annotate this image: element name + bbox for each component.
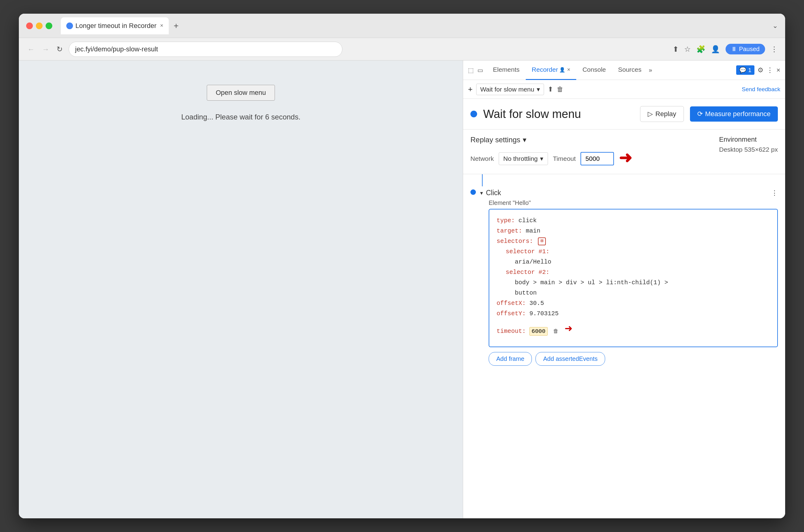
tab-favicon-icon <box>66 22 73 29</box>
code-line-selectors: selectors: ⊞ <box>497 236 770 247</box>
tab-recorder[interactable]: Recorder 👤 × <box>526 60 577 80</box>
add-recording-button[interactable]: + <box>468 84 472 94</box>
code-line-offsetX: offsetX: 30.5 <box>497 298 770 308</box>
send-feedback-link[interactable]: Send feedback <box>742 86 780 93</box>
tab-recorder-close-icon[interactable]: × <box>567 66 571 73</box>
loading-text: Loading... Please wait for 6 seconds. <box>181 113 300 121</box>
timeout-label: Timeout <box>553 155 576 162</box>
step-menu-button[interactable]: ⋮ <box>771 189 778 197</box>
devtools-tabs: ⬚ ▭ Elements Recorder 👤 × Console Source… <box>463 60 785 80</box>
tab-console[interactable]: Console <box>576 60 612 80</box>
add-asserted-events-button[interactable]: Add assertedEvents <box>536 352 605 366</box>
throttle-value: No throttling <box>503 155 538 162</box>
recording-title-row: Wait for slow menu ▷ Replay ⟳ Measure pe… <box>470 106 778 122</box>
fullscreen-button[interactable] <box>45 22 52 29</box>
recording-selector[interactable]: Wait for slow menu ▾ <box>476 83 544 95</box>
recorder-content: Wait for slow menu ▷ Replay ⟳ Measure pe… <box>463 99 785 518</box>
page-content: Open slow menu Loading... Please wait fo… <box>19 60 463 518</box>
content-area: Open slow menu Loading... Please wait fo… <box>19 60 785 518</box>
tab-close-icon[interactable]: × <box>160 22 164 29</box>
code-line-selector2: selector #2: <box>497 267 770 278</box>
device-icon[interactable]: ▭ <box>478 66 483 74</box>
export-icon[interactable]: ⬆ <box>548 86 553 93</box>
step-description: Element "Hello" <box>489 200 778 206</box>
red-arrow-small-icon: ➜ <box>565 322 572 337</box>
paused-label: Paused <box>739 45 760 53</box>
code-block: type: click target: main selectors: ⊞ <box>489 209 778 347</box>
tab-sources[interactable]: Sources <box>612 60 648 80</box>
step-item: ▾ Click ⋮ Element "Hello" type: click <box>470 186 778 370</box>
devtools-panel: ⬚ ▭ Elements Recorder 👤 × Console Source… <box>463 60 785 518</box>
environment-value: Desktop 535×622 px <box>719 146 778 153</box>
recording-indicator <box>470 111 477 117</box>
chat-badge[interactable]: 💬 1 <box>736 65 754 75</box>
timeout-value-highlight[interactable]: 6000 <box>529 327 548 336</box>
new-tab-button[interactable]: + <box>171 21 181 31</box>
code-line-offsetY: offsetY: 9.703125 <box>497 308 770 319</box>
code-line-selector1: selector #1: <box>497 247 770 257</box>
browser-tab[interactable]: Longer timeout in Recorder × <box>61 17 169 34</box>
replay-settings-left: Replay settings ▾ Network No throttling … <box>470 136 707 168</box>
devtools-close-icon[interactable]: × <box>776 66 780 74</box>
devtools-menu-icon[interactable]: ⋮ <box>767 66 773 74</box>
steps-area: ▾ Click ⋮ Element "Hello" type: click <box>463 174 785 518</box>
code-line-type: type: click <box>497 215 770 226</box>
settings-dropdown-icon: ▾ <box>523 136 526 144</box>
timeout-delete-icon[interactable]: 🗑 <box>553 328 559 335</box>
window-chevron-icon[interactable]: ⌄ <box>772 22 778 30</box>
code-line-selector1-val: aria/Hello <box>497 257 770 267</box>
recorder-person-icon: 👤 <box>559 67 565 73</box>
devtools-actions-right: 💬 1 ⚙ ⋮ × <box>736 65 780 75</box>
recording-title: Wait for slow menu <box>483 108 634 121</box>
browser-window: Longer timeout in Recorder × + ⌄ ← → ↻ j… <box>19 14 785 518</box>
tab-bar: Longer timeout in Recorder × + <box>61 17 767 34</box>
step-actions: Add frame Add assertedEvents <box>489 352 778 366</box>
title-bar: Longer timeout in Recorder × + ⌄ <box>19 14 785 38</box>
delete-recording-icon[interactable]: 🗑 <box>557 86 563 93</box>
forward-button[interactable]: → <box>41 44 51 55</box>
reload-button[interactable]: ↻ <box>55 44 64 55</box>
selector-record-icon: ⊞ <box>538 238 546 245</box>
environment-section: Environment Desktop 535×622 px <box>719 136 778 153</box>
replay-button[interactable]: ▷ Replay <box>640 106 684 122</box>
devtools-more-tabs-icon[interactable]: » <box>649 66 652 74</box>
pause-icon: ⏸ <box>731 45 737 53</box>
recording-selector-text: Wait for slow menu <box>480 86 534 93</box>
devtools-toolbar: + Wait for slow menu ▾ ⬆ 🗑 Send feedback <box>463 80 785 99</box>
timeout-input[interactable] <box>580 152 614 165</box>
close-button[interactable] <box>26 22 33 29</box>
add-frame-button[interactable]: Add frame <box>489 352 532 366</box>
address-bar[interactable]: jec.fyi/demo/pup-slow-result <box>69 42 342 57</box>
play-icon: ▷ <box>648 110 653 118</box>
extensions-icon[interactable]: 🧩 <box>696 45 706 54</box>
back-button[interactable]: ← <box>26 44 36 55</box>
traffic-lights <box>26 22 52 29</box>
step-expand-icon[interactable]: ▾ <box>480 190 483 196</box>
replay-settings-section: Replay settings ▾ Network No throttling … <box>463 130 785 174</box>
open-slow-menu-button[interactable]: Open slow menu <box>207 85 275 101</box>
minimize-button[interactable] <box>36 22 42 29</box>
measure-performance-button[interactable]: ⟳ Measure performance <box>690 107 778 121</box>
bookmark-icon[interactable]: ☆ <box>684 45 691 54</box>
profile-icon[interactable]: 👤 <box>711 45 720 54</box>
throttle-select[interactable]: No throttling ▾ <box>499 152 548 165</box>
devtools-tab-icons: ⬚ ▭ <box>468 66 483 74</box>
inspect-icon[interactable]: ⬚ <box>468 66 474 74</box>
replay-settings-title[interactable]: Replay settings ▾ <box>470 136 707 144</box>
share-icon[interactable]: ⬆ <box>673 45 679 54</box>
nav-bar: ← → ↻ jec.fyi/demo/pup-slow-result ⬆ ☆ 🧩… <box>19 38 785 60</box>
step-content: ▾ Click ⋮ Element "Hello" type: click <box>480 186 778 370</box>
throttle-dropdown-icon: ▾ <box>540 155 543 162</box>
url-text: jec.fyi/demo/pup-slow-result <box>75 45 158 53</box>
browser-menu-icon[interactable]: ⋮ <box>770 45 778 54</box>
step-dot <box>470 189 476 195</box>
step-title-row: ▾ Click ⋮ <box>480 186 778 200</box>
paused-badge[interactable]: ⏸ Paused <box>726 44 765 54</box>
network-label: Network <box>470 155 494 162</box>
window-controls-right: ⌄ <box>772 22 778 30</box>
code-line-selector2-val: body > main > div > ul > li:nth-child(1)… <box>497 278 770 288</box>
settings-icon[interactable]: ⚙ <box>758 66 764 74</box>
tab-elements[interactable]: Elements <box>487 60 526 80</box>
code-line-selector2-val2: button <box>497 288 770 298</box>
selector-dropdown-icon: ▾ <box>537 86 540 93</box>
